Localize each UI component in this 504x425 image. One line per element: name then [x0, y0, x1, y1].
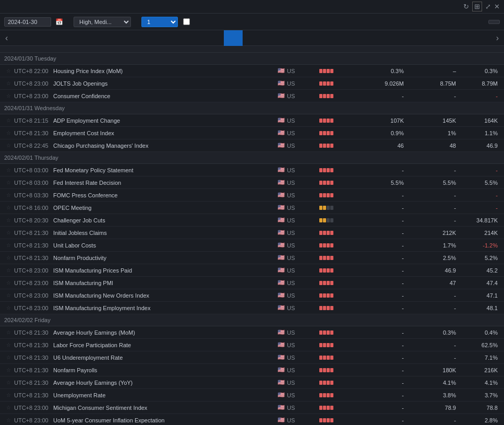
- table-row[interactable]: ☆ UTC+8 03:30 FOMC Press Conference 🇺🇸 U…: [0, 189, 504, 202]
- table-row[interactable]: ☆ UTC+8 23:00 ISM Manufacturing Employme…: [0, 302, 504, 314]
- table-row[interactable]: ☆ UTC+8 21:15 ADP Employment Change 🇺🇸 U…: [0, 114, 504, 127]
- star-icon[interactable]: ☆: [6, 380, 11, 385]
- date-input[interactable]: [4, 17, 51, 27]
- cell-previous: 47.4: [458, 279, 500, 287]
- back-to-today-button[interactable]: [488, 20, 500, 24]
- close-icon[interactable]: ✕: [494, 3, 500, 10]
- table-row[interactable]: ☆ UTC+8 21:30 Nonfarm Payrolls 🇺🇸 US - 1…: [0, 364, 504, 376]
- cell-actual: -: [364, 266, 406, 275]
- star-icon[interactable]: ☆: [6, 230, 11, 235]
- table-row[interactable]: ☆ UTC+8 03:00 Fed Interest Rate Decision…: [0, 176, 504, 189]
- cell-previous: 1.1%: [458, 129, 500, 137]
- table-row[interactable]: ☆ UTC+8 21:30 Unit Labor Costs 🇺🇸 US - 1…: [0, 239, 504, 252]
- cell-area: 🇺🇸 US: [275, 340, 317, 349]
- star-icon[interactable]: ☆: [6, 242, 11, 248]
- table-row[interactable]: ☆ UTC+8 16:00 OPEC Meeting 🇺🇸 US - - -: [0, 202, 504, 214]
- cell-consensus: 4.1%: [406, 379, 458, 387]
- flag-icon: 🇺🇸: [278, 129, 285, 136]
- cell-previous: 216K: [458, 366, 500, 374]
- star-icon[interactable]: ☆: [6, 342, 11, 348]
- table-row[interactable]: ☆ UTC+8 21:30 Average Hourly Earnings (Y…: [0, 376, 504, 389]
- star-icon[interactable]: ☆: [6, 329, 11, 335]
- nav-date-5[interactable]: [280, 30, 299, 46]
- table-row[interactable]: ☆ UTC+8 21:30 Average Hourly Earnings (M…: [0, 326, 504, 339]
- star-icon[interactable]: ☆: [6, 305, 11, 311]
- star-icon[interactable]: ☆: [6, 255, 11, 261]
- table-row[interactable]: ☆ UTC+8 03:00 Fed Monetary Policy Statem…: [0, 164, 504, 176]
- star-icon[interactable]: ☆: [6, 367, 11, 373]
- table-row[interactable]: ☆ UTC+8 23:00 Consumer Confidence 🇺🇸 US …: [0, 90, 504, 102]
- th-event: [51, 48, 275, 50]
- star-icon[interactable]: ☆: [6, 280, 11, 286]
- table-row[interactable]: ☆ UTC+8 23:00 Michigan Consumer Sentimen…: [0, 402, 504, 414]
- table-row[interactable]: ☆ UTC+8 21:30 Employment Cost Index 🇺🇸 U…: [0, 127, 504, 139]
- cell-area: 🇺🇸 US: [275, 266, 317, 275]
- table-row[interactable]: ☆ UTC+8 21:30 Unemployment Rate 🇺🇸 US - …: [0, 389, 504, 402]
- table-row[interactable]: ☆ UTC+8 21:30 Nonfarm Productivity 🇺🇸 US…: [0, 252, 504, 264]
- cell-time: ☆ UTC+8 22:45: [4, 141, 51, 150]
- star-icon[interactable]: ☆: [6, 292, 11, 298]
- cell-time: ☆ UTC+8 23:00: [4, 79, 51, 88]
- table-row[interactable]: ☆ UTC+8 21:30 U6 Underemployment Rate 🇺🇸…: [0, 351, 504, 364]
- nav-date-today[interactable]: [261, 30, 280, 46]
- star-icon[interactable]: ☆: [6, 392, 11, 398]
- cell-actual: -: [364, 366, 406, 374]
- star-icon[interactable]: ☆: [6, 217, 11, 223]
- nav-date-1[interactable]: [205, 30, 224, 46]
- nav-date-0[interactable]: [186, 30, 205, 46]
- table-row[interactable]: ☆ UTC+8 21:30 Initial Jobless Claims 🇺🇸 …: [0, 227, 504, 239]
- table-row[interactable]: ☆ UTC+8 23:00 ISM Manufacturing New Orde…: [0, 289, 504, 302]
- flag-icon: 🇺🇸: [278, 179, 285, 186]
- cell-time: ☆ UTC+8 20:30: [4, 216, 51, 225]
- star-icon[interactable]: ☆: [6, 167, 11, 173]
- table-header: [0, 46, 504, 53]
- star-icon[interactable]: ☆: [6, 80, 11, 86]
- table-row[interactable]: ☆ UTC+8 21:30 Labor Force Participation …: [0, 339, 504, 351]
- flag-icon: 🇺🇸: [278, 354, 285, 361]
- cell-consensus: 1.7%: [406, 241, 458, 250]
- star-icon[interactable]: ☆: [6, 405, 11, 410]
- next-week-button[interactable]: [489, 30, 504, 45]
- star-icon[interactable]: ☆: [6, 192, 11, 198]
- favorite-checkbox[interactable]: [183, 18, 190, 25]
- table-row[interactable]: ☆ UTC+8 23:00 ISM Manufacturing Prices P…: [0, 264, 504, 277]
- cell-previous: 5.5%: [458, 179, 500, 187]
- star-icon[interactable]: ☆: [6, 355, 11, 360]
- table-row[interactable]: ☆ UTC+8 23:00 ISM Manufacturing PMI 🇺🇸 U…: [0, 277, 504, 289]
- layout-icon[interactable]: ⊞: [472, 2, 482, 11]
- table-row[interactable]: ☆ UTC+8 22:45 Chicago Purchasing Manager…: [0, 139, 504, 152]
- cell-consensus: -: [406, 353, 458, 362]
- cell-consensus: -: [406, 166, 458, 174]
- table-row[interactable]: ☆ UTC+8 22:00 Housing Price Index (MoM) …: [0, 65, 504, 77]
- expand-icon[interactable]: ⤢: [485, 3, 491, 10]
- star-icon[interactable]: ☆: [6, 417, 11, 423]
- nav-date-6[interactable]: [299, 30, 318, 46]
- cell-time: ☆ UTC+8 03:30: [4, 191, 51, 199]
- star-icon[interactable]: ☆: [6, 267, 11, 273]
- star-icon[interactable]: ☆: [6, 68, 11, 74]
- refresh-icon[interactable]: ↻: [463, 3, 469, 10]
- star-icon[interactable]: ☆: [6, 205, 11, 210]
- star-icon[interactable]: ☆: [6, 93, 11, 99]
- star-icon[interactable]: ☆: [6, 117, 11, 123]
- cell-area: 🇺🇸 US: [275, 391, 317, 399]
- calendar-icon[interactable]: 📅: [55, 18, 63, 26]
- table-row[interactable]: ☆ UTC+8 23:00 UoM 5-year Consumer Inflat…: [0, 414, 504, 425]
- table-row[interactable]: ☆ UTC+8 23:00 JOLTS Job Openings 🇺🇸 US 9…: [0, 77, 504, 90]
- cell-area: 🇺🇸 US: [275, 216, 317, 225]
- cell-area: 🇺🇸 US: [275, 303, 317, 312]
- prev-week-button[interactable]: [0, 30, 15, 45]
- area-select[interactable]: 1 US EU: [141, 17, 178, 27]
- star-icon[interactable]: ☆: [6, 143, 11, 148]
- star-icon[interactable]: ☆: [6, 130, 11, 136]
- nav-date-3[interactable]: [243, 30, 261, 46]
- star-icon[interactable]: ☆: [6, 180, 11, 185]
- cell-area: 🇺🇸 US: [275, 191, 317, 199]
- table-row[interactable]: ☆ UTC+8 20:30 Challenger Job Cuts 🇺🇸 US …: [0, 214, 504, 227]
- nav-date-2[interactable]: [224, 30, 243, 46]
- cell-impact: [317, 405, 364, 411]
- impact-select[interactable]: High, Medi... High Medium Low: [74, 17, 131, 27]
- cell-actual: 46: [364, 141, 406, 150]
- cell-actual: -: [364, 92, 406, 100]
- cell-event: Average Hourly Earnings (YoY): [51, 379, 275, 387]
